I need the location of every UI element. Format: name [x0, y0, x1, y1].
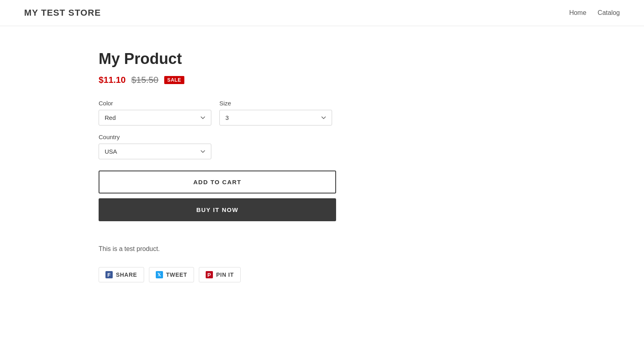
buy-now-button[interactable]: BUY IT NOW — [99, 198, 336, 221]
size-variant-group: Size 1 2 3 4 — [219, 100, 332, 125]
add-to-cart-button[interactable]: ADD TO CART — [99, 171, 336, 193]
country-label: Country — [99, 134, 620, 140]
price-sale: $11.10 — [99, 75, 126, 85]
variants-section: Color Red Blue Green Size 1 2 3 4 Countr… — [99, 100, 620, 159]
facebook-share-button[interactable]: f SHARE — [99, 267, 144, 282]
color-select[interactable]: Red Blue Green — [99, 110, 211, 125]
price-row: $11.10 $15.50 SALE — [99, 75, 620, 85]
product-title: My Product — [99, 50, 620, 68]
nav-catalog[interactable]: Catalog — [598, 9, 620, 16]
pinterest-icon: P — [206, 271, 213, 278]
tweet-label: TWEET — [166, 272, 188, 278]
size-select[interactable]: 1 2 3 4 — [219, 110, 332, 125]
facebook-icon: f — [105, 271, 113, 278]
store-name: MY TEST STORE — [24, 8, 101, 18]
pinterest-pin-button[interactable]: P PIN IT — [199, 267, 241, 282]
price-original: $15.50 — [131, 75, 158, 85]
twitter-icon: 𝕏 — [156, 271, 163, 278]
twitter-tweet-button[interactable]: 𝕏 TWEET — [149, 267, 194, 282]
main-nav: Home Catalog — [569, 9, 620, 16]
color-label: Color — [99, 100, 211, 107]
country-select[interactable]: USA UK Canada — [99, 144, 211, 159]
color-variant-group: Color Red Blue Green — [99, 100, 211, 125]
first-variants-row: Color Red Blue Green Size 1 2 3 4 — [99, 100, 620, 125]
country-variant-group: Country USA UK Canada — [99, 134, 620, 159]
sale-badge: SALE — [164, 76, 184, 84]
size-label: Size — [219, 100, 332, 107]
social-share: f SHARE 𝕏 TWEET P PIN IT — [99, 267, 620, 282]
buttons-section: ADD TO CART BUY IT NOW — [99, 171, 336, 221]
pin-label: PIN IT — [216, 272, 234, 278]
product-description: This is a test product. — [99, 245, 620, 253]
facebook-share-label: SHARE — [116, 272, 137, 278]
nav-home[interactable]: Home — [569, 9, 586, 16]
